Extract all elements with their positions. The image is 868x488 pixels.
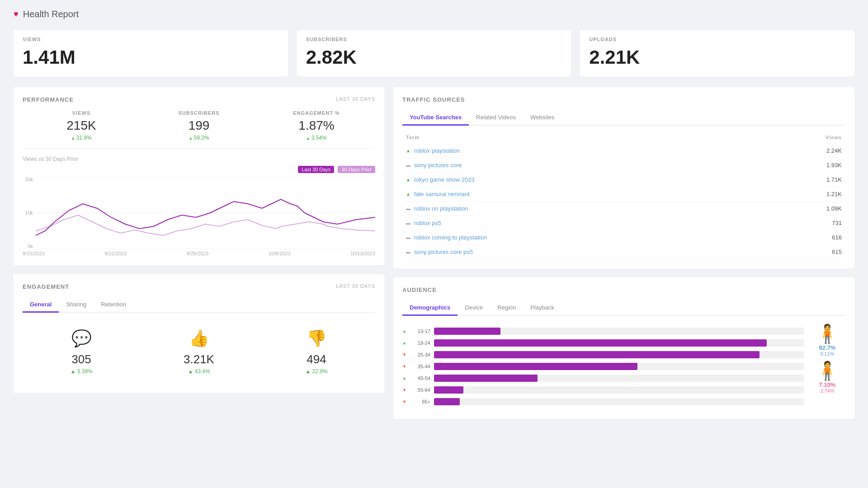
traffic-term[interactable]: ▬ roblox ps5	[406, 220, 441, 226]
traffic-sources-card: TRAFFIC SOURCES YouTube Searches Related…	[393, 87, 854, 268]
demo-trend-up: ▲	[402, 341, 406, 345]
perf-engagement-value: 1.87%	[258, 118, 375, 133]
demo-age-row: ▼ 35-44	[402, 363, 804, 370]
perf-engagement-change: 3.54%	[258, 135, 375, 141]
tab-general[interactable]: General	[23, 297, 59, 313]
col-views: Views	[826, 135, 842, 140]
tab-device[interactable]: Device	[458, 300, 490, 316]
chart-label: Views vs 30 Days Prior	[23, 156, 375, 162]
views-value: 1.41M	[14, 45, 288, 76]
demo-trend-up: ▲	[402, 376, 406, 380]
demo-age-label: 13-17	[410, 328, 430, 334]
comments-icon: 💬	[23, 329, 140, 348]
traffic-row: ▬ sony pictures core ps5 615	[402, 245, 845, 259]
demo-trend-down: ▼	[402, 399, 406, 404]
perf-views-value: 215K	[23, 118, 140, 133]
traffic-term[interactable]: ▲ roblox playstation	[406, 147, 460, 154]
uploads-label: UPLOADS	[580, 30, 854, 45]
demo-age-row: ▲ 13-17	[402, 328, 804, 335]
traffic-row: ▬ roblox ps5 731	[402, 216, 845, 230]
traffic-term[interactable]: ▲ fate samurai remnant	[406, 191, 470, 197]
engagement-header: ENGAGEMENT LAST 30 DAYS	[23, 283, 375, 290]
demo-bar-fill	[434, 351, 760, 358]
demo-trend-down: ▼	[402, 352, 406, 357]
tab-youtube-searches[interactable]: YouTube Searches	[402, 110, 469, 126]
tab-websites[interactable]: Websites	[523, 110, 561, 126]
perf-views-change: 31.9%	[23, 135, 140, 141]
demo-age-row: ▲ 18-24	[402, 339, 804, 347]
traffic-term[interactable]: ▬ roblox on playstation	[406, 205, 468, 212]
demo-bars: ▲ 13-17 ▲ 18-24 ▼ 25-34 ▼ 35-44 ▲ 45-54 …	[402, 328, 804, 410]
engage-likes: 👍 3.21K ▲ 43.4%	[140, 329, 258, 375]
traffic-row: ▲ roblox playstation 2.24K	[402, 144, 845, 158]
demo-bar-fill	[434, 339, 767, 347]
demo-bar-bg	[434, 363, 804, 370]
traffic-views: 1.93K	[826, 162, 842, 169]
y-axis-10k: 10k	[23, 210, 33, 216]
demo-age-label: 18-24	[410, 340, 430, 346]
traffic-table-header: Term Views	[402, 133, 845, 142]
perf-engagement-label: ENGAGEMENT %	[258, 110, 375, 116]
engagement-card: ENGAGEMENT LAST 30 DAYS General Sharing …	[14, 274, 384, 393]
views-label: VIEWS	[14, 30, 288, 45]
term-text: roblox coming to playstation	[414, 234, 487, 241]
legend-prior-days: 30 Days Prior	[338, 166, 375, 173]
demo-bar-fill	[434, 375, 538, 382]
trend-neutral-icon: ▬	[406, 221, 410, 225]
engage-comments: 💬 305 ▲ 3.39%	[23, 329, 140, 375]
tab-sharing[interactable]: Sharing	[59, 297, 94, 313]
demo-age-label: 25-34	[410, 352, 430, 357]
chart-legend: Last 30 Days 30 Days Prior	[23, 166, 375, 173]
demo-bar-bg	[434, 328, 804, 335]
audience-card: AUDIENCE Demographics Device Region Play…	[393, 277, 854, 419]
term-text: roblox ps5	[414, 220, 441, 226]
page-header: ♥ Health Report	[14, 9, 854, 19]
female-pct-1: 7.10%	[819, 381, 836, 388]
perf-views-label: VIEWS	[23, 110, 140, 116]
engage-dislikes: 👎 494 ▲ 22.9%	[258, 329, 375, 375]
male-figure-icon: 🧍	[816, 323, 839, 344]
traffic-sources-header: TRAFFIC SOURCES	[402, 96, 845, 103]
demo-trend-up: ▲	[402, 329, 406, 333]
traffic-term[interactable]: ▬ sony pictures core ps5	[406, 249, 473, 255]
tab-retention[interactable]: Retention	[94, 297, 133, 313]
male-pct-2: 0.11%	[820, 351, 834, 357]
demo-age-label: 55-64	[410, 387, 430, 393]
heart-icon: ♥	[14, 9, 19, 19]
perf-engagement: ENGAGEMENT % 1.87% 3.54%	[258, 110, 375, 141]
legend-30-days: Last 30 Days	[298, 166, 334, 173]
subscribers-label: SUBSCRIBERS	[297, 30, 571, 45]
traffic-views: 731	[832, 220, 842, 226]
perf-subs-value: 199	[140, 118, 258, 133]
traffic-term[interactable]: ▬ sony pictures core	[406, 162, 462, 169]
page-title: Health Report	[23, 9, 79, 19]
subscribers-value: 2.82K	[297, 45, 571, 76]
tab-related-videos[interactable]: Related Videos	[469, 110, 523, 126]
audience-title: AUDIENCE	[402, 286, 437, 293]
term-text: roblox on playstation	[414, 205, 468, 212]
date-3: 9/29/2023	[186, 251, 208, 256]
demo-bar-bg	[434, 339, 804, 347]
demo-age-label: 65+	[410, 399, 430, 404]
top-stats-row: VIEWS 1.41M SUBSCRIBERS 2.82K UPLOADS 2.…	[14, 30, 854, 76]
traffic-tabs: YouTube Searches Related Videos Websites	[402, 110, 845, 126]
performance-chart	[36, 177, 375, 249]
traffic-term[interactable]: ▬ roblox coming to playstation	[406, 234, 487, 241]
traffic-term[interactable]: ▲ tokyo game show 2023	[406, 176, 475, 183]
dislikes-value: 494	[258, 352, 375, 366]
traffic-views: 1.71K	[826, 176, 842, 183]
trend-neutral-icon: ▬	[406, 206, 410, 211]
audience-header: AUDIENCE	[402, 286, 845, 293]
tab-region[interactable]: Region	[490, 300, 523, 316]
traffic-table: Term Views ▲ roblox playstation 2.24K ▬ …	[402, 133, 845, 259]
main-grid: PERFORMANCE LAST 30 DAYS VIEWS 215K 31.9…	[14, 87, 854, 419]
tab-demographics[interactable]: Demographics	[402, 300, 458, 316]
tab-playback[interactable]: Playback	[523, 300, 561, 316]
likes-value: 3.21K	[140, 352, 258, 366]
perf-subs: SUBSCRIBERS 199 59.2%	[140, 110, 258, 141]
demo-age-row: ▲ 45-54	[402, 375, 804, 382]
chart-area: 20k 10k 0k	[23, 177, 375, 256]
perf-subs-change: 59.2%	[140, 135, 258, 141]
views-stat-card: VIEWS 1.41M	[14, 30, 288, 76]
trend-up-icon: ▲	[406, 148, 410, 153]
